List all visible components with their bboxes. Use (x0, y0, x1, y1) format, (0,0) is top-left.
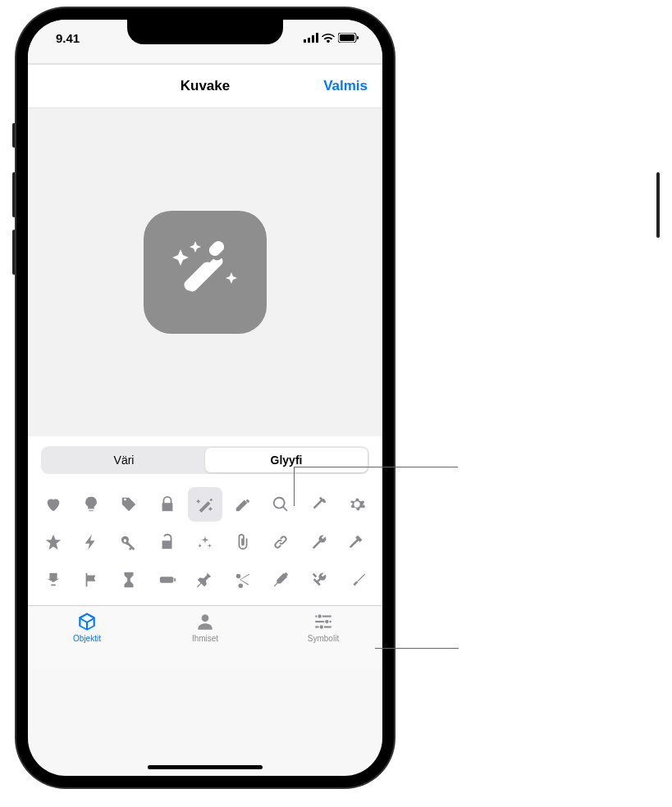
callout-line (294, 467, 458, 467)
paperclip-icon (234, 533, 252, 551)
glyph-scissors[interactable] (226, 563, 260, 597)
svg-point-23 (319, 625, 323, 629)
glyph-unlock[interactable] (150, 525, 185, 559)
glyph-heart[interactable] (36, 487, 71, 522)
svg-rect-16 (174, 578, 176, 581)
gear-icon (348, 495, 366, 513)
power-button (656, 172, 660, 238)
svg-point-21 (318, 614, 322, 618)
svg-rect-3 (316, 33, 318, 43)
tab-symbols[interactable]: Symbolit (264, 611, 382, 669)
tab-objects-label: Objektit (73, 634, 101, 643)
pickaxe-icon (310, 495, 328, 513)
glyph-link[interactable] (263, 525, 298, 559)
glyph-key[interactable] (112, 525, 146, 559)
pencil-icon (234, 495, 252, 513)
tag-icon (120, 495, 138, 513)
cellular-icon (304, 31, 318, 45)
glyph-tag[interactable] (112, 487, 146, 522)
glyph-battery[interactable] (150, 563, 185, 597)
glyph-gear[interactable] (340, 487, 374, 522)
glyph-wand[interactable] (188, 487, 222, 522)
tab-people[interactable]: Ihmiset (146, 611, 264, 669)
svg-rect-0 (304, 39, 306, 43)
glyph-lightbulb[interactable] (74, 487, 108, 522)
glyph-screwdriver[interactable] (340, 563, 374, 597)
wand-icon (164, 231, 246, 313)
pin-icon (196, 571, 214, 589)
svg-marker-9 (226, 272, 237, 284)
phone-frame: 9.41 Kuvake Valmis (16, 8, 394, 787)
glyph-pin[interactable] (188, 563, 222, 597)
glyph-flag[interactable] (74, 563, 108, 597)
glyph-hammer[interactable] (340, 525, 374, 559)
glyph-trophy[interactable] (36, 563, 71, 597)
sparkle-icon (196, 533, 214, 551)
key-icon (120, 533, 138, 551)
volume-down-button (12, 230, 16, 275)
segment-glyph[interactable]: Glyyfi (205, 448, 368, 472)
bolt-icon (82, 533, 100, 551)
glyph-tools[interactable] (302, 563, 336, 597)
unlock-icon (158, 533, 176, 551)
callout-line (294, 467, 295, 506)
lock-icon (158, 495, 176, 513)
wand-icon (196, 495, 214, 513)
svg-rect-6 (357, 36, 359, 39)
battery-icon (158, 571, 176, 589)
glyph-wrench[interactable] (302, 525, 336, 559)
glyph-lock[interactable] (150, 487, 185, 522)
segmented-control-wrap: Väri Glyyfi (28, 436, 382, 482)
glyph-sparkle[interactable] (188, 525, 222, 559)
tab-symbols-label: Symbolit (308, 634, 339, 643)
status-indicators (304, 31, 359, 45)
callout-line (375, 648, 459, 649)
heart-icon (44, 495, 62, 513)
trophy-icon (44, 571, 62, 589)
svg-point-17 (202, 614, 209, 622)
glyph-hourglass[interactable] (112, 563, 146, 597)
tab-objects[interactable]: Objektit (28, 611, 146, 669)
home-indicator[interactable] (148, 765, 263, 769)
segment-color[interactable]: Väri (43, 448, 205, 472)
done-button[interactable]: Valmis (323, 78, 368, 94)
svg-marker-8 (190, 241, 201, 253)
notch (127, 20, 283, 44)
scissors-icon (234, 571, 252, 589)
tab-bar: Objektit Ihmiset Symbolit (28, 605, 382, 669)
glyph-paperclip[interactable] (226, 525, 260, 559)
phone-screen: 9.41 Kuvake Valmis (28, 20, 382, 776)
volume-up-button (12, 172, 16, 217)
glyph-star[interactable] (36, 525, 71, 559)
glyph-eyedropper[interactable] (263, 563, 298, 597)
glyph-picker (28, 482, 382, 605)
glyph-pickaxe[interactable] (302, 487, 336, 522)
wrench-icon (310, 533, 328, 551)
icon-preview (144, 211, 267, 334)
mute-switch (12, 123, 16, 148)
icon-preview-area (28, 108, 382, 436)
star-icon (44, 533, 62, 551)
status-time: 9.41 (56, 31, 80, 45)
screwdriver-icon (348, 571, 366, 589)
svg-rect-15 (159, 577, 173, 582)
flag-icon (82, 571, 100, 589)
svg-point-22 (325, 619, 329, 623)
hammer-icon (348, 533, 366, 551)
nav-title: Kuvake (181, 78, 230, 94)
svg-rect-5 (340, 34, 354, 41)
svg-marker-7 (172, 249, 189, 266)
eyedropper-icon (272, 571, 290, 589)
battery-icon (338, 31, 359, 45)
glyph-pencil[interactable] (226, 487, 260, 522)
glyph-bolt[interactable] (74, 525, 108, 559)
tools-icon (310, 571, 328, 589)
segmented-control: Väri Glyyfi (41, 446, 369, 474)
svg-rect-1 (308, 38, 310, 43)
svg-rect-13 (181, 259, 215, 293)
link-icon (272, 533, 290, 551)
cube-icon (76, 611, 98, 632)
wifi-icon (322, 31, 335, 45)
tab-people-label: Ihmiset (192, 634, 218, 643)
person-icon (194, 611, 216, 632)
